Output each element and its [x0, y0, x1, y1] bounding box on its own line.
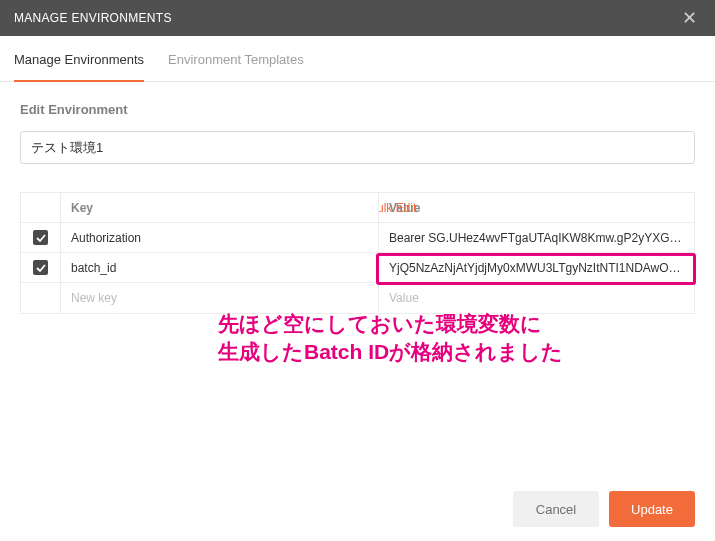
new-key-input[interactable]: New key	[61, 283, 379, 313]
bulk-edit-link[interactable]: Bulk Edit	[379, 201, 684, 215]
row-key-cell[interactable]: Authorization	[61, 223, 379, 252]
checkbox-checked-icon	[33, 230, 48, 245]
row-value-cell[interactable]: Bearer SG.UHez4wvFTgaUTAqIKW8Kmw.gP2yYXG…	[379, 223, 694, 252]
row-checkbox-cell[interactable]	[21, 253, 61, 282]
row-value-text: YjQ5NzAzNjAtYjdjMy0xMWU3LTgyNzItNTI1NDAw…	[389, 261, 684, 275]
row-key-cell[interactable]: batch_id	[61, 253, 379, 282]
section-title-edit-env: Edit Environment	[20, 102, 695, 117]
close-icon[interactable]: ✕	[678, 5, 701, 31]
content-area: Edit Environment Key Value Bulk Edit Aut…	[0, 82, 715, 334]
row-key-text: Authorization	[71, 231, 141, 245]
table-row-new: New key Value	[21, 283, 694, 313]
tab-bar: Manage Environments Environment Template…	[0, 36, 715, 82]
tab-environment-templates[interactable]: Environment Templates	[168, 40, 304, 82]
new-value-input[interactable]: Value	[379, 283, 694, 313]
variables-table: Key Value Bulk Edit Authorization Bearer…	[20, 192, 695, 314]
row-value-text: Bearer SG.UHez4wvFTgaUTAqIKW8Kmw.gP2yYXG…	[389, 231, 684, 245]
row-checkbox-cell-empty	[21, 283, 61, 313]
row-key-text: batch_id	[71, 261, 116, 275]
modal-title: MANAGE ENVIRONMENTS	[14, 11, 172, 25]
checkbox-checked-icon	[33, 260, 48, 275]
row-value-cell[interactable]: YjQ5NzAzNjAtYjdjMy0xMWU3LTgyNzItNTI1NDAw…	[379, 253, 694, 282]
update-button[interactable]: Update	[609, 491, 695, 527]
table-row: batch_id YjQ5NzAzNjAtYjdjMy0xMWU3LTgyNzI…	[21, 253, 694, 283]
table-header-row: Key Value Bulk Edit	[21, 193, 694, 223]
cancel-button[interactable]: Cancel	[513, 491, 599, 527]
new-value-placeholder: Value	[389, 291, 684, 305]
new-key-placeholder: New key	[71, 291, 117, 305]
environment-name-input[interactable]	[20, 131, 695, 164]
row-checkbox-cell[interactable]	[21, 223, 61, 252]
annotation-text: 先ほど空にしておいた環境変数に 生成したBatch IDが格納されました	[218, 310, 563, 367]
tab-manage-environments[interactable]: Manage Environments	[14, 40, 144, 82]
table-row: Authorization Bearer SG.UHez4wvFTgaUTAqI…	[21, 223, 694, 253]
table-header-value: Value Bulk Edit	[379, 193, 694, 222]
table-header-check	[21, 193, 61, 222]
footer-actions: Cancel Update	[493, 477, 715, 541]
annotation-line2: 生成したBatch IDが格納されました	[218, 338, 563, 366]
modal-header: MANAGE ENVIRONMENTS ✕	[0, 0, 715, 36]
annotation-line1: 先ほど空にしておいた環境変数に	[218, 310, 563, 338]
table-header-key: Key	[61, 193, 379, 222]
